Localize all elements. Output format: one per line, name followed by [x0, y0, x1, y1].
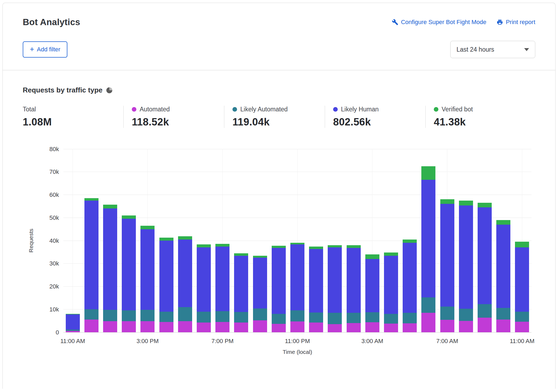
pie-chart-icon	[106, 87, 112, 93]
verified-bot-legend-dot	[434, 107, 438, 112]
print-report-label: Print report	[506, 19, 535, 26]
configure-super-bot-fight-mode-link[interactable]: Configure Super Bot Fight Mode	[392, 19, 487, 26]
stat-verified-bot-value: 41.38k	[434, 116, 521, 128]
chevron-down-icon	[524, 48, 529, 51]
svg-text:20k: 20k	[50, 283, 59, 290]
print-report-link[interactable]: Print report	[497, 19, 535, 26]
wrench-icon	[392, 19, 398, 25]
svg-text:7:00 PM: 7:00 PM	[211, 338, 234, 344]
x-axis-title: Time (local)	[283, 349, 312, 355]
header: Bot Analytics Configure Super Bot Fight …	[3, 3, 555, 70]
configure-super-bot-fight-mode-label: Configure Super Bot Fight Mode	[401, 19, 487, 26]
svg-text:3:00 AM: 3:00 AM	[361, 338, 383, 344]
stat-likely-human-label: Likely Human	[341, 106, 379, 113]
svg-text:10k: 10k	[50, 306, 59, 313]
stat-likely-automated-value: 119.04k	[232, 116, 319, 128]
svg-text:30k: 30k	[50, 260, 59, 267]
svg-text:3:00 PM: 3:00 PM	[136, 338, 159, 344]
stat-total: Total 1.08M	[23, 106, 123, 128]
requests-stacked-bar-chart: 010k20k30k40k50k60k70k80k11:00 AM3:00 PM…	[23, 143, 535, 357]
stat-verified-bot[interactable]: Verified bot 41.38k	[425, 106, 526, 128]
stat-total-value: 1.08M	[23, 116, 118, 128]
svg-text:40k: 40k	[50, 237, 59, 244]
add-filter-label: Add filter	[37, 46, 60, 53]
svg-text:0: 0	[56, 329, 59, 336]
stat-total-label: Total	[23, 106, 36, 113]
svg-text:60k: 60k	[50, 191, 59, 198]
stat-automated-label: Automated	[140, 106, 170, 113]
svg-text:70k: 70k	[50, 168, 59, 175]
bot-analytics-card: Bot Analytics Configure Super Bot Fight …	[2, 3, 556, 389]
printer-icon	[497, 19, 503, 25]
requests-by-traffic-type-section: Requests by traffic type Total 1.08M Aut…	[3, 70, 555, 357]
likely-automated-legend-dot	[232, 107, 237, 112]
stat-likely-human-value: 802.56k	[333, 116, 420, 128]
y-axis-title: Requests	[28, 229, 34, 253]
add-filter-button[interactable]: + Add filter	[23, 41, 67, 58]
stat-verified-bot-label: Verified bot	[442, 106, 473, 113]
stat-likely-human[interactable]: Likely Human 802.56k	[325, 106, 425, 128]
svg-text:11:00 PM: 11:00 PM	[285, 338, 310, 344]
svg-text:50k: 50k	[50, 214, 59, 221]
likely-human-legend-dot	[333, 107, 338, 112]
stat-automated[interactable]: Automated 118.52k	[123, 106, 224, 128]
stats-row: Total 1.08M Automated 118.52k Likely Aut…	[23, 106, 535, 128]
automated-legend-dot	[132, 107, 136, 112]
svg-text:11:00 AM: 11:00 AM	[60, 338, 85, 344]
page-title: Bot Analytics	[23, 17, 80, 27]
section-title: Requests by traffic type	[23, 86, 103, 94]
svg-text:7:00 AM: 7:00 AM	[436, 338, 458, 344]
plus-icon: +	[30, 45, 34, 53]
svg-text:80k: 80k	[50, 146, 59, 152]
time-range-dropdown[interactable]: Last 24 hours	[450, 41, 535, 58]
svg-text:11:00 AM: 11:00 AM	[510, 338, 534, 344]
stat-likely-automated-label: Likely Automated	[240, 106, 288, 113]
time-range-value: Last 24 hours	[457, 46, 494, 53]
header-links: Configure Super Bot Fight Mode Print rep…	[392, 17, 535, 26]
stat-likely-automated[interactable]: Likely Automated 119.04k	[224, 106, 325, 128]
stat-automated-value: 118.52k	[132, 116, 219, 128]
